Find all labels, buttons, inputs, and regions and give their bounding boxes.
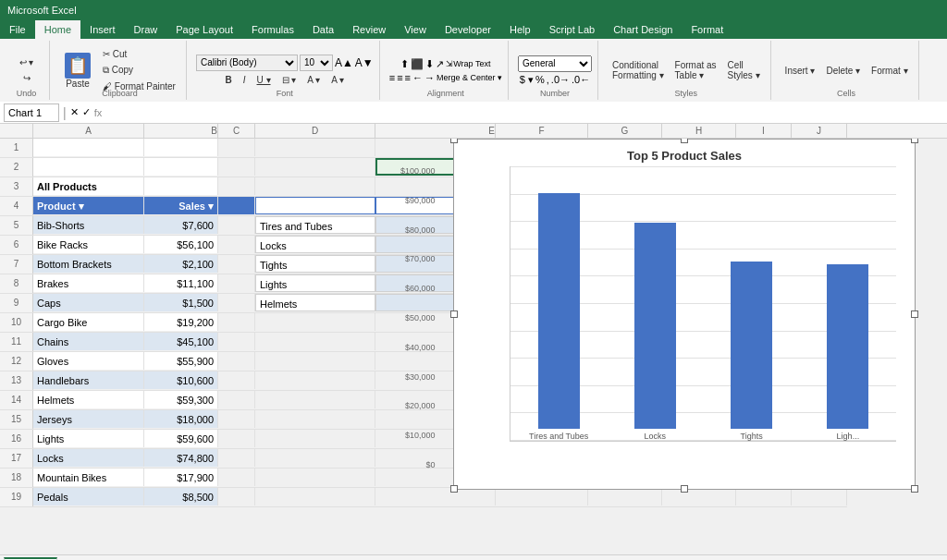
align-top-button[interactable]: ⬆ — [400, 58, 409, 70]
cell-d1[interactable] — [255, 139, 375, 156]
col-header-h[interactable]: H — [662, 124, 736, 138]
cell-b12[interactable]: $55,900 — [144, 352, 218, 370]
cell-b9[interactable]: $1,500 — [144, 294, 218, 311]
underline-button[interactable]: U ▾ — [252, 73, 276, 87]
cell-a15[interactable]: Jerseys — [33, 410, 144, 428]
cell-a10[interactable]: Cargo Bike — [33, 313, 144, 331]
cell-a19[interactable]: Pedals — [33, 488, 144, 505]
cell-b2[interactable] — [144, 158, 218, 176]
chart-handle-bl[interactable] — [450, 485, 458, 493]
name-box[interactable] — [4, 103, 59, 122]
font-size-select[interactable]: 10 — [300, 55, 333, 71]
tab-review[interactable]: Review — [343, 20, 395, 39]
decrease-decimal-button[interactable]: .0← — [572, 74, 590, 85]
cell-c8[interactable] — [218, 274, 255, 292]
tab-page-layout[interactable]: Page Layout — [166, 20, 242, 39]
bold-button[interactable]: B — [221, 73, 237, 87]
cell-b4[interactable]: Sales ▾ — [144, 197, 218, 214]
tab-home[interactable]: Home — [35, 20, 80, 39]
cell-c14[interactable] — [218, 391, 255, 408]
cell-a5[interactable]: Bib-Shorts — [33, 216, 144, 234]
cell-b1[interactable] — [144, 139, 218, 156]
tab-view[interactable]: View — [395, 20, 436, 39]
cell-a14[interactable]: Helmets — [33, 391, 144, 408]
col-header-b[interactable]: B — [144, 124, 218, 138]
cell-d4[interactable] — [255, 197, 375, 214]
font-family-select[interactable]: Calibri (Body) — [196, 55, 298, 71]
cell-c7[interactable] — [218, 255, 255, 273]
cell-g19[interactable] — [588, 488, 662, 505]
cell-c2[interactable] — [218, 158, 255, 176]
redo-button[interactable]: ↪ — [18, 71, 35, 85]
cell-d19[interactable] — [255, 488, 375, 505]
cell-c11[interactable] — [218, 333, 255, 350]
col-header-f[interactable]: F — [496, 124, 588, 138]
tab-data[interactable]: Data — [303, 20, 343, 39]
cell-c18[interactable] — [218, 469, 255, 486]
cell-a11[interactable]: Chains — [33, 333, 144, 350]
cell-c6[interactable] — [218, 236, 255, 253]
format-cells-button[interactable]: Format ▾ — [867, 64, 912, 78]
cell-c3[interactable] — [218, 177, 255, 195]
cell-c15[interactable] — [218, 410, 255, 428]
top5-product-cell[interactable]: Locks — [255, 236, 375, 253]
tab-formulas[interactable]: Formulas — [242, 20, 303, 39]
tab-draw[interactable]: Draw — [125, 20, 167, 39]
tab-script-lab[interactable]: Script Lab — [540, 20, 605, 39]
align-bottom-button[interactable]: ⬇ — [425, 58, 434, 70]
border-button[interactable]: ⊟ ▾ — [277, 73, 301, 87]
tab-chart-design[interactable]: Chart Design — [604, 20, 682, 39]
cell-b19[interactable]: $8,500 — [144, 488, 218, 505]
chart-handle-tm[interactable] — [681, 139, 688, 143]
cell-b11[interactable]: $45,100 — [144, 333, 218, 350]
cell-b15[interactable]: $18,000 — [144, 410, 218, 428]
cell-c12[interactable] — [218, 352, 255, 370]
delete-cells-button[interactable]: Delete ▾ — [821, 64, 865, 78]
increase-decimal-button[interactable]: .0→ — [551, 74, 570, 85]
cell-b6[interactable]: $56,100 — [144, 236, 218, 253]
number-format-select[interactable]: General — [518, 55, 592, 72]
font-color-button[interactable]: A ▾ — [326, 73, 349, 87]
cell-e19[interactable] — [375, 488, 496, 505]
cell-a3[interactable]: All Products — [33, 177, 144, 195]
top5-product-cell[interactable]: Tires and Tubes — [255, 216, 375, 234]
cut-button[interactable]: ✂ Cut — [98, 47, 180, 61]
currency-button[interactable]: $ ▾ — [520, 74, 534, 86]
cell-styles-button[interactable]: CellStyles ▾ — [723, 58, 765, 82]
cell-j19[interactable] — [792, 488, 847, 505]
cell-c16[interactable] — [218, 430, 255, 447]
tab-help[interactable]: Help — [500, 20, 540, 39]
cell-b10[interactable]: $19,200 — [144, 313, 218, 331]
cell-a9[interactable]: Caps — [33, 294, 144, 311]
col-header-g[interactable]: G — [588, 124, 662, 138]
cell-b3[interactable] — [144, 177, 218, 195]
fill-color-button[interactable]: A ▾ — [302, 73, 325, 87]
cell-d15[interactable] — [255, 410, 375, 428]
tab-format[interactable]: Format — [682, 20, 732, 39]
cell-c9[interactable] — [218, 294, 255, 311]
cell-b13[interactable]: $10,600 — [144, 371, 218, 389]
cell-b8[interactable]: $11,100 — [144, 274, 218, 292]
tab-developer[interactable]: Developer — [436, 20, 500, 39]
cell-i19[interactable] — [736, 488, 792, 505]
wrap-text-button[interactable]: ⇲Wrap Text — [446, 59, 490, 68]
cell-a17[interactable]: Locks — [33, 449, 144, 467]
cell-d14[interactable] — [255, 391, 375, 408]
cell-a6[interactable]: Bike Racks — [33, 236, 144, 253]
merge-center-button[interactable]: Merge & Center ▾ — [437, 73, 502, 82]
top5-product-cell[interactable]: Helmets — [255, 294, 375, 311]
cell-a1[interactable] — [33, 139, 144, 156]
top5-product-cell[interactable]: Tights — [255, 255, 375, 273]
cell-c13[interactable] — [218, 371, 255, 389]
cell-h19[interactable] — [662, 488, 736, 505]
chart-handle-br[interactable] — [911, 485, 918, 493]
cell-f19[interactable] — [496, 488, 588, 505]
col-header-c[interactable]: C — [218, 124, 255, 138]
format-as-table-button[interactable]: Format asTable ▾ — [670, 58, 721, 82]
cell-d3[interactable] — [255, 177, 375, 195]
copy-button[interactable]: ⧉ Copy — [98, 63, 180, 78]
cell-a2[interactable] — [33, 158, 144, 176]
cell-d11[interactable] — [255, 333, 375, 350]
cell-b16[interactable]: $59,600 — [144, 430, 218, 447]
tab-file[interactable]: File — [0, 20, 35, 39]
